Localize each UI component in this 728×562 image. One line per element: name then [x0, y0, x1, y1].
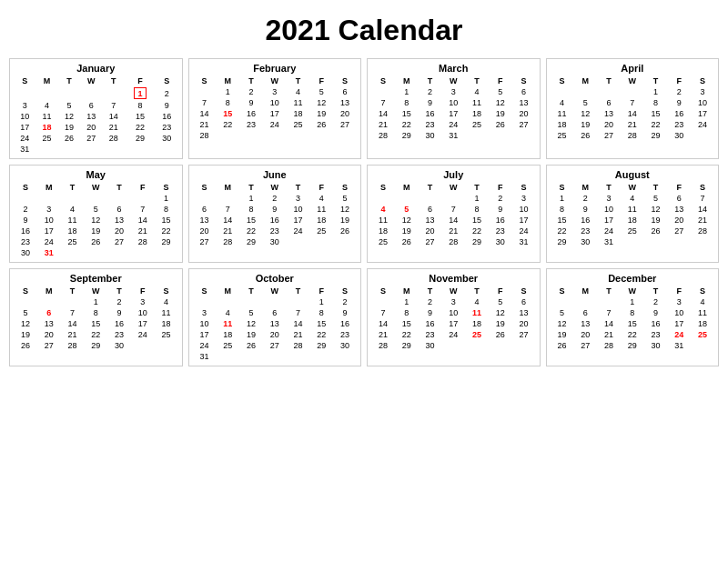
day-cell [395, 193, 419, 204]
month-title: April [551, 63, 715, 74]
day-cell [80, 86, 102, 100]
day-header: F [489, 182, 512, 193]
day-cell: 27 [80, 133, 102, 144]
day-cell: 22 [239, 226, 263, 236]
day-cell: 3 [667, 296, 691, 307]
day-header: F [667, 75, 691, 86]
day-cell [691, 236, 714, 247]
day-cell: 19 [84, 226, 107, 236]
day-cell: 9 [419, 307, 442, 318]
day-cell [573, 296, 597, 307]
day-cell: 19 [239, 329, 263, 340]
day-cell: 2 [239, 86, 263, 97]
day-header: S [155, 286, 178, 296]
day-header: T [61, 182, 85, 193]
day-cell: 25 [216, 340, 239, 351]
day-cell: 2 [419, 86, 442, 97]
month-title: September [14, 273, 178, 284]
day-cell: 29 [309, 340, 333, 351]
day-cell: 1 [551, 193, 574, 204]
day-header: F [125, 75, 156, 86]
day-cell: 19 [58, 122, 80, 133]
day-cell: 8 [155, 204, 178, 215]
day-cell [597, 296, 621, 307]
day-cell [107, 193, 131, 204]
day-cell: 17 [263, 108, 287, 119]
day-cell [216, 193, 239, 204]
day-cell: 30 [419, 340, 442, 351]
day-cell: 14 [441, 215, 465, 226]
day-cell: 25 [691, 329, 714, 340]
day-cell: 10 [512, 204, 536, 215]
day-header: W [263, 182, 287, 193]
day-cell: 27 [597, 130, 621, 141]
day-cell: 15 [239, 215, 263, 226]
day-cell [58, 144, 80, 155]
day-cell: 25 [621, 226, 644, 236]
day-cell: 19 [489, 318, 512, 329]
day-cell [621, 236, 644, 247]
day-cell: 3 [193, 307, 217, 318]
day-header: W [84, 286, 107, 296]
day-cell: 5 [14, 307, 37, 318]
day-cell: 27 [193, 236, 217, 247]
day-cell: 9 [667, 97, 691, 108]
day-cell: 6 [597, 97, 621, 108]
day-cell: 30 [107, 340, 131, 351]
day-cell: 7 [287, 307, 310, 318]
day-header: M [35, 75, 57, 86]
day-cell: 13 [263, 318, 287, 329]
day-cell: 3 [441, 296, 465, 307]
day-cell: 18 [691, 318, 714, 329]
day-cell: 24 [287, 226, 310, 236]
day-header: S [193, 75, 217, 86]
month-title: October [193, 273, 358, 284]
day-cell [441, 340, 465, 351]
day-cell: 24 [667, 329, 691, 340]
day-cell: 10 [597, 204, 621, 215]
day-cell: 6 [333, 86, 357, 97]
day-cell: 10 [441, 97, 465, 108]
month-june: JuneSMTWTFS12345678910111213141516171819… [188, 165, 362, 263]
day-cell [14, 86, 35, 100]
day-header: T [419, 75, 442, 86]
month-table: SMTWTFS123456789101112131415161718192021… [551, 286, 715, 351]
day-cell: 2 [107, 296, 131, 307]
day-cell: 28 [61, 340, 85, 351]
day-header: F [309, 286, 333, 296]
day-cell [263, 296, 287, 307]
day-cell: 26 [551, 340, 574, 351]
day-cell: 16 [667, 108, 691, 119]
month-table: SMTWTFS123456789101112131415161718192021… [193, 286, 358, 362]
day-cell: 8 [309, 307, 333, 318]
day-cell [61, 193, 85, 204]
day-cell: 6 [419, 204, 442, 215]
day-cell: 20 [80, 122, 102, 133]
day-cell [155, 340, 178, 351]
day-cell: 23 [489, 226, 512, 236]
day-cell: 22 [465, 226, 489, 236]
day-cell: 6 [80, 100, 102, 111]
day-cell: 21 [216, 226, 239, 236]
day-cell [216, 351, 239, 362]
day-header: T [597, 286, 621, 296]
day-header: M [395, 75, 419, 86]
day-header: W [621, 75, 644, 86]
day-cell [691, 130, 714, 141]
day-cell: 17 [512, 215, 536, 226]
day-header: S [333, 286, 357, 296]
day-cell: 27 [512, 329, 536, 340]
day-cell: 14 [216, 215, 239, 226]
day-cell [58, 86, 80, 100]
day-cell: 14 [371, 318, 395, 329]
day-header: T [287, 182, 310, 193]
day-cell: 15 [644, 108, 668, 119]
day-cell: 11 [309, 204, 333, 215]
day-cell: 12 [489, 307, 512, 318]
day-cell: 20 [333, 108, 357, 119]
day-cell: 17 [37, 226, 61, 236]
day-header: T [419, 182, 442, 193]
day-header: M [37, 286, 61, 296]
day-header: W [84, 182, 107, 193]
day-cell: 3 [131, 296, 155, 307]
